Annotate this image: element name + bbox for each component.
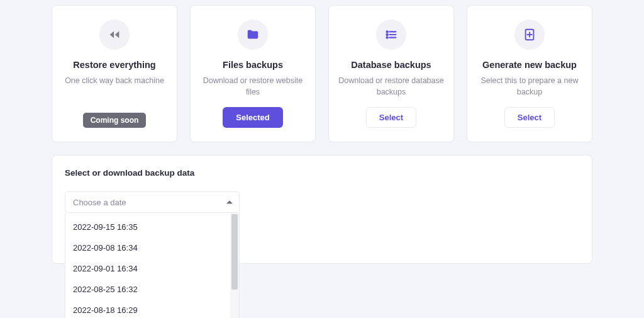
dropdown-scrollbar[interactable] [230, 213, 239, 318]
card-subtitle: Download or restore website files [199, 75, 306, 98]
card-subtitle: One click way back machine [65, 75, 164, 86]
add-document-icon [514, 20, 545, 50]
date-option-list: 2022-09-15 16:35 2022-09-08 16:34 2022-0… [65, 213, 230, 318]
card-restore-everything: Restore everything One click way back ma… [52, 5, 177, 142]
rewind-icon [99, 20, 130, 50]
coming-soon-badge: Coming soon [83, 113, 147, 128]
date-select: Choose a date 2022-09-15 16:35 2022-09-0… [65, 191, 240, 213]
select-button[interactable]: Select [366, 107, 416, 128]
card-database-backups: Database backups Download or restore dat… [328, 5, 454, 142]
date-option[interactable]: 2022-09-15 16:35 [65, 217, 230, 237]
date-option[interactable]: 2022-09-01 16:34 [65, 258, 230, 279]
date-option[interactable]: 2022-08-25 16:32 [65, 279, 230, 300]
card-title: Restore everything [73, 60, 155, 70]
svg-point-3 [386, 31, 387, 32]
date-select-placeholder: Choose a date [73, 198, 126, 207]
card-title: Generate new backup [482, 60, 577, 70]
card-title: Files backups [223, 60, 283, 70]
backup-data-panel: Select or download backup data Choose a … [52, 155, 592, 264]
svg-point-5 [386, 37, 387, 38]
card-generate-new-backup: Generate new backup Select this to prepa… [467, 5, 592, 142]
folder-icon [238, 20, 268, 50]
card-subtitle: Download or restore database backups [338, 75, 445, 98]
list-icon [376, 20, 406, 50]
date-dropdown: 2022-09-15 16:35 2022-09-08 16:34 2022-0… [65, 213, 240, 318]
select-button[interactable]: Select [504, 107, 555, 128]
svg-point-4 [386, 34, 387, 35]
date-option[interactable]: 2022-08-18 16:29 [65, 300, 230, 318]
card-subtitle: Select this to prepare a new backup [476, 75, 583, 98]
date-select-trigger[interactable]: Choose a date [65, 191, 240, 213]
panel-title: Select or download backup data [65, 168, 579, 178]
card-files-backups: Files backups Download or restore websit… [190, 5, 316, 142]
selected-button[interactable]: Selected [223, 107, 282, 128]
backup-option-cards: Restore everything One click way back ma… [52, 5, 592, 142]
chevron-up-icon [226, 201, 233, 204]
card-title: Database backups [351, 60, 431, 70]
date-option[interactable]: 2022-09-08 16:34 [65, 237, 230, 258]
scrollbar-thumb[interactable] [231, 214, 238, 290]
